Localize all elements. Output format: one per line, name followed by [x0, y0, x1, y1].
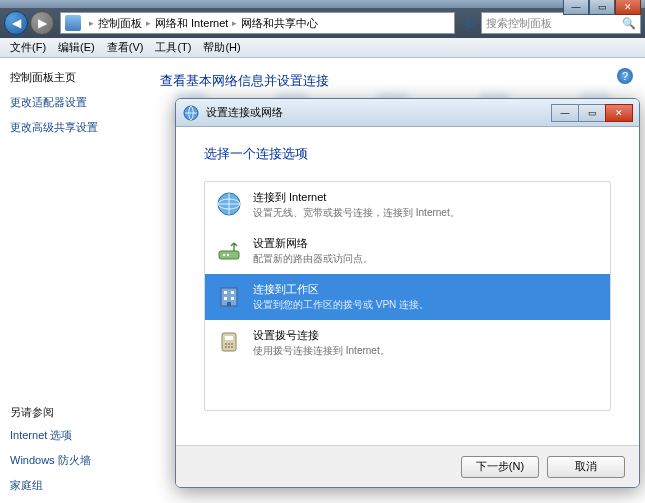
setup-connection-dialog: 设置连接或网络 — ▭ ✕ 选择一个连接选项 连接到 Internet 设置无线… [175, 98, 640, 488]
option-subtitle: 设置无线、宽带或拨号连接，连接到 Internet。 [253, 206, 460, 220]
dialog-maximize-button[interactable]: ▭ [578, 104, 606, 122]
svg-rect-11 [227, 302, 231, 306]
svg-point-15 [228, 343, 230, 345]
option-connect-workplace[interactable]: 连接到工作区 设置到您的工作区的拨号或 VPN 连接。 [205, 274, 610, 320]
menu-help[interactable]: 帮助(H) [197, 40, 246, 55]
dialog-body: 选择一个连接选项 连接到 Internet 设置无线、宽带或拨号连接，连接到 I… [176, 127, 639, 411]
breadcrumb-item[interactable]: 网络和共享中心 [241, 16, 318, 31]
sidebar: 控制面板主页 更改适配器设置 更改高级共享设置 另请参阅 Internet 选项… [0, 58, 140, 503]
svg-point-14 [225, 343, 227, 345]
building-icon [215, 282, 243, 310]
option-title: 设置拨号连接 [253, 328, 390, 343]
cancel-button[interactable]: 取消 [547, 456, 625, 478]
window-minimize-button[interactable]: — [563, 0, 589, 15]
window-maximize-button[interactable]: ▭ [589, 0, 615, 15]
dialog-close-button[interactable]: ✕ [605, 104, 633, 122]
svg-point-4 [223, 254, 225, 256]
sidebar-link-internet-options[interactable]: Internet 选项 [10, 428, 130, 443]
next-button[interactable]: 下一步(N) [461, 456, 539, 478]
option-subtitle: 设置到您的工作区的拨号或 VPN 连接。 [253, 298, 429, 312]
chevron-right-icon: ▸ [146, 18, 151, 28]
connection-option-list: 连接到 Internet 设置无线、宽带或拨号连接，连接到 Internet。 … [204, 181, 611, 411]
svg-point-5 [227, 254, 229, 256]
option-title: 连接到工作区 [253, 282, 429, 297]
sidebar-link-advanced-sharing[interactable]: 更改高级共享设置 [10, 120, 130, 135]
search-icon: 🔍 [622, 17, 636, 30]
svg-rect-13 [225, 336, 233, 340]
svg-rect-9 [224, 297, 227, 300]
globe-icon [215, 190, 243, 218]
menu-file[interactable]: 文件(F) [4, 40, 52, 55]
nav-forward-button[interactable]: ▶ [30, 11, 54, 35]
breadcrumb-item[interactable]: 网络和 Internet [155, 16, 228, 31]
svg-rect-10 [231, 297, 234, 300]
search-input[interactable]: 搜索控制面板 🔍 [481, 12, 641, 34]
svg-point-16 [231, 343, 233, 345]
svg-point-17 [225, 346, 227, 348]
chevron-right-icon: ▸ [89, 18, 94, 28]
window-chrome: — ▭ ✕ [0, 0, 645, 8]
chevron-right-icon: ▸ [232, 18, 237, 28]
menu-tools[interactable]: 工具(T) [149, 40, 197, 55]
svg-rect-7 [224, 291, 227, 294]
menu-view[interactable]: 查看(V) [101, 40, 150, 55]
nav-back-button[interactable]: ◀ [4, 11, 28, 35]
option-subtitle: 配置新的路由器或访问点。 [253, 252, 373, 266]
svg-point-19 [231, 346, 233, 348]
dialog-titlebar[interactable]: 设置连接或网络 — ▭ ✕ [176, 99, 639, 127]
svg-rect-12 [222, 333, 236, 351]
option-title: 设置新网络 [253, 236, 373, 251]
dialog-minimize-button[interactable]: — [551, 104, 579, 122]
phone-icon [215, 328, 243, 356]
svg-rect-8 [231, 291, 234, 294]
network-icon [182, 104, 200, 122]
control-panel-icon [65, 15, 81, 31]
sidebar-link-homegroup[interactable]: 家庭组 [10, 478, 130, 493]
breadcrumb-item[interactable]: 控制面板 [98, 16, 142, 31]
nav-bar: ◀ ▶ ▸ 控制面板 ▸ 网络和 Internet ▸ 网络和共享中心 ↻ 搜索… [0, 8, 645, 38]
option-connect-internet[interactable]: 连接到 Internet 设置无线、宽带或拨号连接，连接到 Internet。 [205, 182, 610, 228]
sidebar-see-also-heading: 另请参阅 [10, 405, 130, 420]
refresh-button[interactable]: ↻ [459, 13, 481, 33]
menu-bar: 文件(F) 编辑(E) 查看(V) 工具(T) 帮助(H) [0, 38, 645, 58]
svg-point-18 [228, 346, 230, 348]
breadcrumb[interactable]: ▸ 控制面板 ▸ 网络和 Internet ▸ 网络和共享中心 [60, 12, 455, 34]
sidebar-link-adapter-settings[interactable]: 更改适配器设置 [10, 95, 130, 110]
dialog-footer: 下一步(N) 取消 [176, 445, 639, 487]
option-setup-dialup[interactable]: 设置拨号连接 使用拨号连接连接到 Internet。 [205, 320, 610, 366]
dialog-heading: 选择一个连接选项 [204, 145, 611, 163]
option-title: 连接到 Internet [253, 190, 460, 205]
sidebar-link-windows-firewall[interactable]: Windows 防火墙 [10, 453, 130, 468]
search-placeholder: 搜索控制面板 [486, 16, 552, 31]
page-title: 查看基本网络信息并设置连接 [160, 72, 625, 90]
window-close-button[interactable]: ✕ [615, 0, 641, 15]
menu-edit[interactable]: 编辑(E) [52, 40, 101, 55]
option-subtitle: 使用拨号连接连接到 Internet。 [253, 344, 390, 358]
router-icon [215, 236, 243, 264]
option-setup-new-network[interactable]: 设置新网络 配置新的路由器或访问点。 [205, 228, 610, 274]
dialog-title: 设置连接或网络 [206, 105, 552, 120]
help-icon[interactable]: ? [617, 68, 633, 84]
sidebar-heading: 控制面板主页 [10, 70, 130, 85]
